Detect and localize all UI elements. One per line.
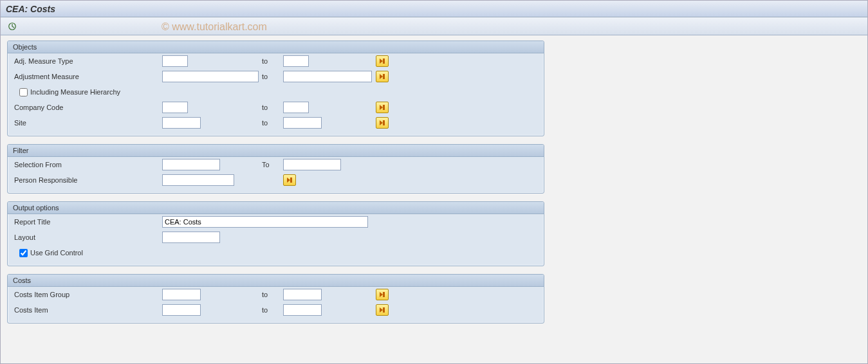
row-use-grid: Use Grid Control xyxy=(8,245,544,260)
label-including-hierarchy: Including Measure Hierarchy xyxy=(30,88,120,96)
label-report-title: Report Title xyxy=(14,218,162,226)
label-adj-measure-type: Adj. Measure Type xyxy=(14,57,162,65)
multiple-selection-button[interactable] xyxy=(376,55,389,67)
label-adjustment-measure: Adjustment Measure xyxy=(14,73,162,80)
to-label: to xyxy=(262,57,283,65)
group-costs: Costs Costs Item Group to Costs Item to xyxy=(7,274,544,323)
multiple-selection-button[interactable] xyxy=(376,71,389,82)
page-title: CEA: Costs xyxy=(6,4,55,14)
group-header-output: Output options xyxy=(8,202,544,214)
app-window: CEA: Costs © www.tutorialkart.com Object… xyxy=(0,0,868,364)
label-costs-item-group: Costs Item Group xyxy=(14,291,162,298)
site-to[interactable] xyxy=(283,117,322,129)
group-objects: Objects Adj. Measure Type to Adjustment … xyxy=(7,41,544,136)
adjustment-measure-to[interactable] xyxy=(283,71,372,82)
toolbar xyxy=(1,17,867,35)
multiple-selection-button[interactable] xyxy=(283,174,296,186)
multiple-selection-button[interactable] xyxy=(376,289,389,300)
adj-measure-type-from[interactable] xyxy=(162,55,188,67)
costs-item-from[interactable] xyxy=(162,304,201,316)
label-layout: Layout xyxy=(14,233,162,241)
arrow-right-icon xyxy=(379,120,385,126)
row-company-code: Company Code to xyxy=(8,100,544,115)
label-person-responsible: Person Responsible xyxy=(14,176,162,184)
costs-item-group-from[interactable] xyxy=(162,289,201,300)
arrow-right-icon xyxy=(379,291,385,298)
company-code-to[interactable] xyxy=(283,102,309,113)
window-title-bar: CEA: Costs xyxy=(1,1,867,17)
row-selection-from: Selection From To xyxy=(8,157,544,172)
arrow-right-icon xyxy=(379,73,385,80)
selection-from-input[interactable] xyxy=(162,159,220,170)
group-header-filter: Filter xyxy=(8,145,544,157)
row-adj-measure-type: Adj. Measure Type to xyxy=(8,53,544,69)
label-selection-from: Selection From xyxy=(14,161,162,168)
multiple-selection-button[interactable] xyxy=(376,102,389,113)
arrow-right-icon xyxy=(379,104,385,111)
use-grid-checkbox[interactable] xyxy=(19,249,28,257)
to-label: to xyxy=(262,291,283,298)
row-costs-item-group: Costs Item Group to xyxy=(8,287,544,302)
row-layout: Layout xyxy=(8,230,544,245)
row-site: Site to xyxy=(8,115,544,131)
row-costs-item: Costs Item to xyxy=(8,302,544,318)
selection-to-input[interactable] xyxy=(283,159,341,170)
multiple-selection-button[interactable] xyxy=(376,304,389,316)
layout-input[interactable] xyxy=(162,232,220,243)
group-header-costs: Costs xyxy=(8,275,544,287)
to-label: to xyxy=(262,306,283,314)
group-filter: Filter Selection From To Person Responsi… xyxy=(7,144,544,194)
label-costs-item: Costs Item xyxy=(14,306,162,314)
label-use-grid: Use Grid Control xyxy=(30,249,83,257)
including-hierarchy-checkbox[interactable] xyxy=(19,88,28,96)
multiple-selection-button[interactable] xyxy=(376,117,389,129)
content-area: Objects Adj. Measure Type to Adjustment … xyxy=(1,35,867,336)
adjustment-measure-from[interactable] xyxy=(162,71,259,82)
to-label: to xyxy=(262,73,283,80)
person-responsible-input[interactable] xyxy=(162,174,234,186)
row-person-responsible: Person Responsible xyxy=(8,172,544,188)
execute-button[interactable] xyxy=(6,20,19,33)
label-company-code: Company Code xyxy=(14,104,162,111)
report-title-input[interactable] xyxy=(162,216,368,228)
company-code-from[interactable] xyxy=(162,102,188,113)
arrow-right-icon xyxy=(379,58,385,64)
row-adjustment-measure: Adjustment Measure to xyxy=(8,69,544,84)
group-header-objects: Objects xyxy=(8,41,544,53)
row-report-title: Report Title xyxy=(8,214,544,230)
to-label: To xyxy=(262,161,283,168)
group-output-options: Output options Report Title Layout Use G… xyxy=(7,201,544,266)
to-label: to xyxy=(262,104,283,111)
costs-item-group-to[interactable] xyxy=(283,289,322,300)
to-label: to xyxy=(262,119,283,127)
site-from[interactable] xyxy=(162,117,201,129)
arrow-right-icon xyxy=(379,307,385,313)
adj-measure-type-to[interactable] xyxy=(283,55,309,67)
clock-execute-icon xyxy=(8,22,17,31)
label-site: Site xyxy=(14,119,162,127)
row-including-hierarchy: Including Measure Hierarchy xyxy=(8,84,544,100)
arrow-right-icon xyxy=(286,177,293,183)
costs-item-to[interactable] xyxy=(283,304,322,316)
